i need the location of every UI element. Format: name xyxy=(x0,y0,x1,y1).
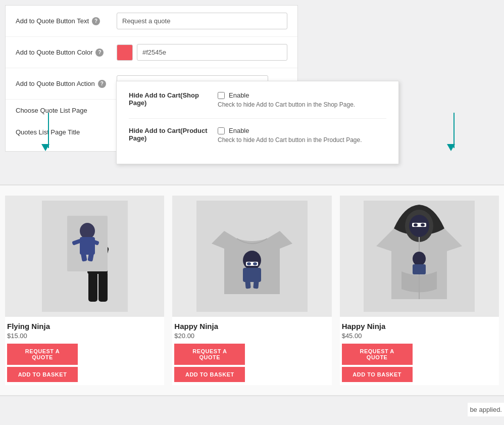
product-info-2: Happy Ninja $20.00 REQUEST A QUOTE ADD T… xyxy=(172,317,331,385)
hide-cart-shop-label: Hide Add to Cart(Shop Page) xyxy=(129,91,210,107)
hide-cart-shop-header: Hide Add to Cart(Shop Page) Enable Check… xyxy=(129,91,386,108)
product-image-1-svg xyxy=(42,201,128,312)
svg-point-18 xyxy=(247,262,251,265)
hide-cart-product-label: Hide Add to Cart(Product Page) xyxy=(129,127,210,142)
product-name-2: Happy Ninja xyxy=(174,322,329,330)
svg-rect-30 xyxy=(413,264,426,274)
svg-rect-16 xyxy=(243,268,261,282)
button-color-help-icon[interactable]: ? xyxy=(95,49,104,57)
product-price-2: $20.00 xyxy=(174,332,329,340)
product-image-2-svg xyxy=(196,201,308,312)
button-action-help-icon[interactable]: ? xyxy=(98,80,106,88)
hide-cart-shop-checkbox[interactable] xyxy=(218,92,225,99)
label-text: Add to Quote Button Color xyxy=(16,49,92,56)
button-text-label: Add to Quote Button Text ? xyxy=(16,17,117,25)
popup-panel: Hide Add to Cart(Shop Page) Enable Check… xyxy=(116,81,399,164)
applied-text: be applied. xyxy=(468,403,504,416)
right-arrow-shaft xyxy=(453,113,455,148)
hide-cart-product-checkbox-label: Enable xyxy=(229,127,249,134)
button-color-control xyxy=(117,44,287,61)
hide-cart-shop-row: Hide Add to Cart(Shop Page) Enable Check… xyxy=(129,91,386,108)
hide-cart-shop-checkbox-label: Enable xyxy=(229,91,249,99)
product-card-1: Flying Ninja $15.00 REQUEST A QUOTE ADD … xyxy=(5,196,164,385)
button-text-row: Add to Quote Button Text ? xyxy=(6,6,297,37)
right-arrow-head xyxy=(447,144,455,151)
label-text: Choose Quote List Page xyxy=(16,107,87,114)
product-1-basket-button[interactable]: ADD TO BASKET xyxy=(7,367,78,382)
quote-list-page-label: Choose Quote List Page xyxy=(16,107,117,114)
svg-point-6 xyxy=(80,223,95,239)
svg-point-19 xyxy=(253,262,257,265)
product-image-1 xyxy=(5,196,164,317)
label-text: Add to Quote Button Text xyxy=(16,17,89,25)
hide-cart-product-checkbox-row: Enable xyxy=(218,127,386,134)
product-image-2 xyxy=(172,196,331,317)
color-hex-input[interactable] xyxy=(137,44,287,61)
button-color-label: Add to Quote Button Color ? xyxy=(16,49,117,57)
left-arrow-shaft xyxy=(48,113,49,148)
button-text-control xyxy=(117,13,287,29)
product-2-basket-button[interactable]: ADD TO BASKET xyxy=(174,367,245,382)
color-swatch[interactable] xyxy=(117,44,133,61)
shop-preview: Flying Ninja $15.00 REQUEST A QUOTE ADD … xyxy=(0,184,504,396)
product-1-quote-button[interactable]: REQUEST A QUOTE xyxy=(7,344,78,365)
svg-point-29 xyxy=(413,252,426,266)
product-card-2: Happy Ninja $20.00 REQUEST A QUOTE ADD T… xyxy=(172,196,331,385)
product-2-quote-button[interactable]: REQUEST A QUOTE xyxy=(174,344,245,365)
svg-rect-21 xyxy=(253,280,259,289)
product-price-3: $45.00 xyxy=(342,332,497,340)
hide-cart-product-checkbox[interactable] xyxy=(218,127,225,134)
product-name-1: Flying Ninja xyxy=(7,322,162,330)
product-info-1: Flying Ninja $15.00 REQUEST A QUOTE ADD … xyxy=(5,317,164,385)
product-name-3: Happy Ninja xyxy=(342,322,497,330)
hide-cart-shop-hint: Check to hide Add to Cart button in the … xyxy=(218,101,386,108)
label-text: Add to Quote Button Action xyxy=(16,80,95,87)
product-card-3: Happy Ninja $45.00 REQUEST A QUOTE ADD T… xyxy=(340,196,499,385)
hide-cart-product-hint: Check to hide Add to Cart button in the … xyxy=(218,136,386,144)
quotes-title-label: Quotes List Page Title xyxy=(16,128,117,136)
product-info-3: Happy Ninja $45.00 REQUEST A QUOTE ADD T… xyxy=(340,317,499,385)
hide-cart-shop-content: Enable Check to hide Add to Cart button … xyxy=(218,91,386,108)
popup-divider xyxy=(129,118,386,119)
color-picker-group xyxy=(117,44,287,61)
hide-cart-product-row: Hide Add to Cart(Product Page) Enable Ch… xyxy=(129,127,386,144)
svg-point-28 xyxy=(421,223,425,226)
left-arrow-head xyxy=(41,144,49,151)
svg-rect-12 xyxy=(88,271,97,302)
button-color-row: Add to Quote Button Color ? xyxy=(6,37,297,68)
button-action-label: Add to Quote Button Action ? xyxy=(16,80,117,88)
hide-cart-product-content: Enable Check to hide Add to Cart button … xyxy=(218,127,386,144)
button-text-input[interactable] xyxy=(117,13,287,29)
hide-cart-shop-checkbox-row: Enable xyxy=(218,91,386,99)
product-price-1: $15.00 xyxy=(7,332,162,340)
svg-point-27 xyxy=(414,223,418,226)
svg-rect-20 xyxy=(245,280,250,289)
product-image-3-svg xyxy=(364,201,475,312)
product-image-3 xyxy=(340,196,499,317)
button-text-help-icon[interactable]: ? xyxy=(92,17,100,25)
product-3-basket-button[interactable]: ADD TO BASKET xyxy=(342,367,413,382)
svg-rect-13 xyxy=(98,271,108,302)
svg-point-15 xyxy=(243,251,261,270)
product-3-quote-button[interactable]: REQUEST A QUOTE xyxy=(342,344,413,365)
hide-cart-product-header: Hide Add to Cart(Product Page) Enable Ch… xyxy=(129,127,386,144)
